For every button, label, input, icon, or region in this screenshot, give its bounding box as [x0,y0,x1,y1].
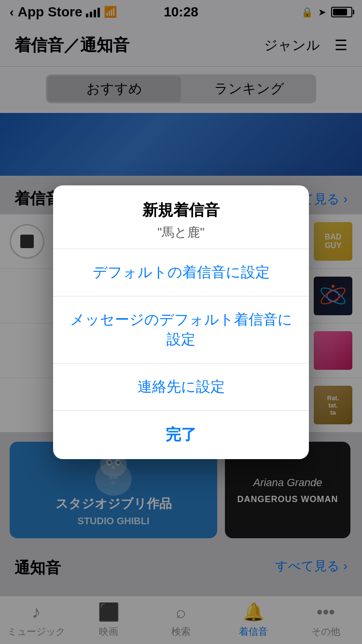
ringtone-modal: 新規着信音 "馬と鹿" デフォルトの着信音に設定 メッセージのデフォルト着信音に… [53,185,309,459]
close-modal-button[interactable]: 完了 [53,411,309,459]
set-default-ringtone-button[interactable]: デフォルトの着信音に設定 [53,249,309,296]
modal-subtitle: "馬と鹿" [68,224,294,241]
set-contact-button[interactable]: 連絡先に設定 [53,364,309,411]
modal-title: 新規着信音 [68,200,294,221]
modal-header: 新規着信音 "馬と鹿" [53,185,309,249]
modal-close-label: 完了 [166,426,196,443]
set-message-ringtone-label: メッセージのデフォルト着信音に設定 [70,311,292,347]
modal-overlay[interactable]: 新規着信音 "馬と鹿" デフォルトの着信音に設定 メッセージのデフォルト着信音に… [0,0,362,644]
set-contact-label: 連絡先に設定 [138,378,225,394]
set-message-ringtone-button[interactable]: メッセージのデフォルト着信音に設定 [53,296,309,364]
set-default-ringtone-label: デフォルトの着信音に設定 [93,264,270,280]
